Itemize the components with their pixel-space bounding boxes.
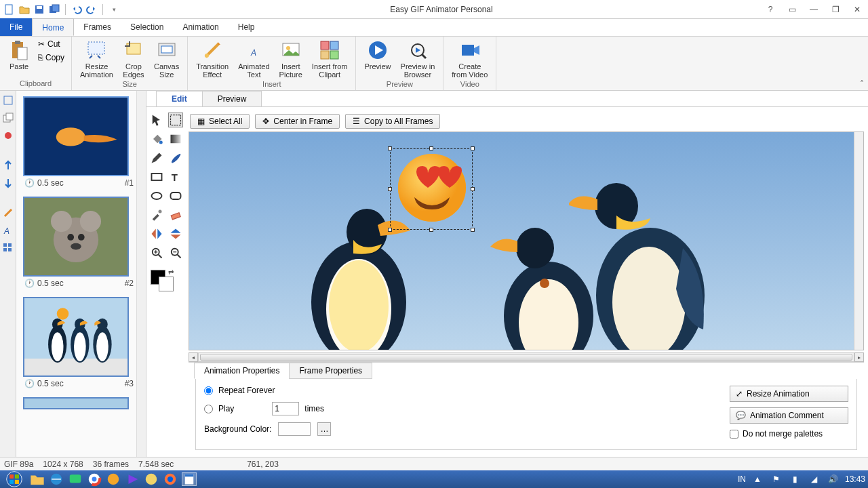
taskbar-chat-icon[interactable] (68, 472, 83, 486)
tool-ellipse-icon[interactable] (149, 188, 164, 203)
tool-flip-h-icon[interactable] (149, 226, 164, 241)
close-button[interactable]: ✕ (846, 1, 868, 18)
tray-battery-icon[interactable]: ▮ (788, 472, 803, 486)
handle-icon[interactable] (471, 228, 475, 232)
tool-flip-v-icon[interactable] (168, 226, 183, 241)
lefttool-7-icon[interactable]: A (3, 225, 14, 236)
background-color[interactable] (159, 277, 174, 291)
lefttool-3-icon[interactable] (3, 130, 14, 141)
file-tab[interactable]: File (0, 18, 32, 36)
create-from-video-button[interactable]: Create from Video (448, 38, 492, 80)
start-button[interactable] (3, 470, 26, 488)
lefttool-2-icon[interactable] (3, 113, 14, 123)
tool-gradient-icon[interactable] (168, 131, 183, 146)
insert-clipart-button[interactable]: Insert from Clipart (308, 38, 352, 80)
tray-action-icon[interactable]: ⚑ (769, 472, 784, 486)
qat-redo-icon[interactable] (86, 4, 97, 15)
tool-text-icon[interactable]: T (168, 169, 183, 184)
select-all-button[interactable]: ▦Select All (190, 114, 250, 129)
qat-new-icon[interactable] (4, 4, 15, 15)
tool-brush-icon[interactable] (168, 150, 183, 165)
qat-open-icon[interactable] (19, 4, 30, 15)
tool-fill-icon[interactable] (149, 131, 164, 146)
frames-scrollbar[interactable] (136, 91, 146, 457)
preview-browser-button[interactable]: Preview in Browser (397, 38, 439, 80)
taskbar-media-icon[interactable] (125, 472, 140, 486)
copy-button[interactable]: ⎘Copy (35, 52, 67, 64)
repeat-forever-input[interactable] (204, 386, 213, 395)
paste-button[interactable]: Paste (4, 38, 34, 72)
color-swatch[interactable]: ⇄ (146, 270, 184, 297)
maximize-button[interactable]: ❐ (825, 1, 846, 18)
handle-icon[interactable] (388, 228, 392, 232)
frame-item[interactable] (23, 397, 135, 409)
taskbar-clock[interactable]: 13:43 (845, 474, 865, 484)
lefttool-4-icon[interactable] (3, 160, 14, 171)
tab-animation-properties[interactable]: Animation Properties (194, 363, 290, 379)
lefttool-6-icon[interactable] (3, 207, 14, 218)
transition-effect-button[interactable]: Transition Effect (192, 38, 233, 80)
minimize-button[interactable]: — (803, 1, 825, 18)
no-merge-input[interactable] (730, 430, 738, 439)
tab-home[interactable]: Home (32, 18, 74, 36)
tool-select-rect-icon[interactable] (168, 113, 183, 127)
cut-button[interactable]: ✂Cut (35, 38, 67, 50)
scroll-left-icon[interactable]: ◂ (189, 352, 198, 362)
play-count-input[interactable] (272, 402, 299, 415)
qat-undo-icon[interactable] (71, 4, 82, 15)
tab-frames[interactable]: Frames (74, 18, 121, 36)
tool-pointer-icon[interactable] (149, 113, 164, 127)
lefttool-1-icon[interactable] (3, 95, 14, 106)
copy-to-all-button[interactable]: ☰Copy to All Frames (345, 114, 440, 129)
play-radio-input[interactable] (204, 405, 213, 413)
bg-color-swatch[interactable] (278, 422, 311, 436)
frame-item[interactable]: 🕐0.5 sec#1 (23, 96, 135, 190)
handle-icon[interactable] (429, 146, 433, 150)
tab-animation[interactable]: Animation (173, 18, 228, 36)
handle-icon[interactable] (388, 146, 392, 150)
canvas[interactable] (189, 131, 864, 350)
handle-icon[interactable] (471, 187, 475, 191)
taskbar-lang[interactable]: IN (738, 474, 746, 484)
resize-animation-prop-button[interactable]: ⤢Resize Animation (730, 386, 848, 402)
tool-eyedropper-icon[interactable] (149, 207, 164, 222)
swap-colors-icon[interactable]: ⇄ (168, 268, 174, 276)
help-button[interactable]: ? (760, 1, 781, 18)
collapse-ribbon-icon[interactable]: ˄ (860, 79, 864, 89)
canvas-vscrollbar[interactable] (854, 132, 863, 350)
frame-item[interactable]: 🕐0.5 sec#3 (23, 297, 135, 390)
taskbar-app2-icon[interactable] (144, 472, 159, 486)
taskbar-chrome-icon[interactable] (87, 472, 102, 486)
animated-text-button[interactable]: AAnimated Text (234, 38, 273, 80)
preview-button[interactable]: Preview (360, 38, 395, 72)
crop-edges-button[interactable]: Crop Edges (119, 38, 149, 80)
tab-help[interactable]: Help (229, 18, 264, 36)
frame-item[interactable]: 🕐0.5 sec#2 (23, 197, 135, 290)
ribbon-options-button[interactable]: ▭ (781, 1, 803, 18)
tool-zoom-out-icon[interactable] (168, 245, 183, 260)
taskbar-current-app-icon[interactable] (182, 472, 197, 486)
insert-picture-button[interactable]: Insert Picture (275, 38, 307, 80)
taskbar-firefox-icon[interactable] (163, 472, 178, 486)
edit-tab-preview[interactable]: Preview (202, 91, 262, 106)
animation-comment-button[interactable]: 💬Animation Comment (730, 407, 848, 424)
tab-frame-properties[interactable]: Frame Properties (289, 363, 372, 379)
qat-saveas-icon[interactable] (49, 4, 60, 15)
resize-animation-button[interactable]: Resize Animation (76, 38, 117, 80)
canvas-size-button[interactable]: Canvas Size (150, 38, 183, 80)
tool-rect-icon[interactable] (149, 169, 164, 184)
tool-pencil-icon[interactable] (149, 150, 164, 165)
selection-box[interactable] (390, 148, 473, 230)
no-merge-palettes-checkbox[interactable]: Do not merge palettes (730, 429, 823, 439)
scroll-thumb[interactable] (200, 354, 852, 361)
handle-icon[interactable] (388, 187, 392, 191)
lefttool-8-icon[interactable] (3, 243, 14, 253)
qat-customize-icon[interactable]: ▾ (108, 4, 119, 15)
tool-roundrect-icon[interactable] (168, 188, 183, 203)
lefttool-5-icon[interactable] (3, 178, 14, 188)
qat-save-icon[interactable] (34, 4, 45, 15)
repeat-forever-radio[interactable]: Repeat Forever (204, 386, 331, 395)
taskbar-explorer-icon[interactable] (30, 472, 45, 486)
bg-color-picker-button[interactable]: … (317, 422, 331, 436)
center-in-frame-button[interactable]: ✥Center in Frame (255, 114, 340, 129)
